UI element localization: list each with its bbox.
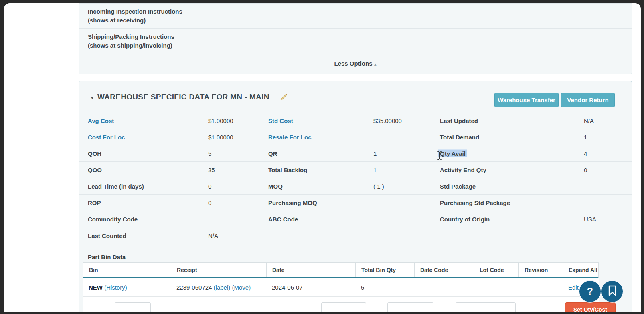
last-updated-value: N/A bbox=[584, 117, 594, 124]
edit-pencil-icon[interactable] bbox=[279, 93, 288, 103]
moq-value: ( 1 ) bbox=[373, 183, 384, 190]
collapse-caret-icon: ▴ bbox=[374, 62, 377, 66]
part-bin-table-header: Bin Receipt Date Total Bin Qty Date Code… bbox=[83, 262, 599, 278]
resale-for-loc-link[interactable]: Resale For Loc bbox=[268, 134, 312, 141]
qr-label: QR bbox=[268, 150, 277, 157]
rop-value: 0 bbox=[208, 199, 211, 206]
item-options-panel: Incoming Inspection Instructions (shows … bbox=[79, 3, 632, 74]
content-page: Incoming Inspection Instructions (shows … bbox=[4, 3, 641, 312]
incoming-inspection-label-line1: Incoming Inspection Instructions bbox=[88, 7, 632, 16]
history-link[interactable]: (History) bbox=[104, 284, 127, 291]
total-demand-label: Total Demand bbox=[440, 134, 479, 141]
incoming-inspection-row: Incoming Inspection Instructions (shows … bbox=[79, 3, 632, 29]
qoo-label: QOO bbox=[88, 167, 102, 173]
cost-for-loc-link[interactable]: Cost For Loc bbox=[88, 134, 125, 141]
col-header-date-code: Date Code bbox=[415, 263, 474, 277]
commodity-code-label: Commodity Code bbox=[88, 216, 138, 223]
shipping-packing-row: Shipping/Packing Instructions (shows at … bbox=[79, 29, 632, 54]
bin-value: NEW bbox=[89, 284, 103, 291]
last-counted-value: N/A bbox=[208, 232, 218, 239]
activity-end-qty-label: Activity End Qty bbox=[440, 167, 486, 173]
last-counted-label: Last Counted bbox=[88, 232, 126, 239]
lot-code-input[interactable] bbox=[456, 302, 516, 312]
total-bin-qty-cell: 5 bbox=[355, 284, 414, 291]
qty-input[interactable] bbox=[321, 302, 366, 312]
col-header-bin: Bin bbox=[83, 263, 171, 277]
qoh-label: QOH bbox=[88, 150, 101, 157]
field-row: Last Counted N/A bbox=[79, 227, 632, 244]
last-updated-label: Last Updated bbox=[440, 117, 478, 124]
text-cursor bbox=[437, 151, 442, 162]
help-icon: ? bbox=[587, 286, 593, 297]
label-link[interactable]: (label) bbox=[214, 284, 231, 291]
section-collapse-icon[interactable]: ▾ bbox=[91, 95, 93, 101]
col-header-receipt: Receipt bbox=[171, 263, 267, 277]
purchasing-moq-label: Purchasing MOQ bbox=[268, 199, 317, 206]
field-row: ROP 0 Purchasing MOQ Purchasing Std Pack… bbox=[79, 195, 632, 211]
purchasing-std-package-label: Purchasing Std Package bbox=[440, 199, 510, 206]
std-cost-value: $35.00000 bbox=[373, 117, 402, 124]
country-of-origin-value: USA bbox=[584, 216, 596, 223]
qoo-value: 35 bbox=[208, 167, 215, 173]
field-row: QOO 35 Total Backlog 1 Activity End Qty … bbox=[79, 162, 632, 178]
lead-time-value: 0 bbox=[208, 183, 211, 190]
col-header-lot-code: Lot Code bbox=[474, 263, 519, 277]
field-row: Commodity Code ABC Code Country of Origi… bbox=[79, 211, 632, 227]
qoh-value: 5 bbox=[208, 150, 211, 157]
rop-label: ROP bbox=[88, 199, 101, 206]
help-button[interactable]: ? bbox=[579, 281, 601, 302]
bookmark-button[interactable] bbox=[601, 281, 623, 302]
warehouse-fields-grid: Avg Cost $1.00000 Std Cost $35.00000 Las… bbox=[79, 113, 632, 244]
std-package-label: Std Package bbox=[440, 183, 476, 190]
date-cell: 2024-06-07 bbox=[266, 284, 355, 291]
lead-time-label: Lead Time (in days) bbox=[88, 183, 144, 190]
bin-input[interactable] bbox=[115, 302, 151, 312]
move-link[interactable]: (Move) bbox=[232, 284, 251, 291]
less-options-toggle[interactable]: Less Options ▴ bbox=[79, 54, 632, 74]
col-header-total-bin-qty: Total Bin Qty bbox=[356, 263, 415, 277]
shipping-packing-label-line1: Shipping/Packing Instructions bbox=[88, 32, 632, 41]
incoming-inspection-label-line2: (shows at receiving) bbox=[88, 16, 632, 25]
part-bin-table: Bin Receipt Date Total Bin Qty Date Code… bbox=[83, 262, 599, 312]
total-backlog-value: 1 bbox=[373, 167, 377, 173]
receipt-cell: 2239-060724 (label) (Move) bbox=[171, 284, 266, 291]
field-row: Cost For Loc $1.00000 Resale For Loc Tot… bbox=[79, 129, 632, 145]
warehouse-data-panel: ▾ WAREHOUSE SPECIFIC DATA FOR MN - MAIN … bbox=[79, 81, 632, 312]
set-qty-cost-label: Set Qty/Cost bbox=[573, 306, 607, 312]
shipping-packing-label-line2: (shows at shipping/invoicing) bbox=[88, 41, 632, 50]
col-header-revision: Revision bbox=[519, 263, 563, 277]
bin-table-row: NEW (History) 2239-060724 (label) (Move)… bbox=[83, 278, 599, 297]
abc-code-label: ABC Code bbox=[268, 216, 298, 223]
avg-cost-value: $1.00000 bbox=[208, 117, 233, 124]
bin-cell: NEW (History) bbox=[83, 284, 171, 291]
date-code-input[interactable] bbox=[387, 302, 433, 312]
vendor-return-label: Vendor Return bbox=[567, 97, 608, 103]
part-bin-data-heading: Part Bin Data bbox=[88, 254, 126, 260]
expand-all-link[interactable]: Expand All bbox=[563, 263, 598, 277]
receipt-value: 2239-060724 bbox=[176, 284, 212, 291]
activity-end-qty-value: 0 bbox=[584, 167, 587, 173]
avg-cost-link[interactable]: Avg Cost bbox=[88, 117, 114, 124]
total-demand-value: 1 bbox=[584, 134, 587, 141]
set-qty-cost-button[interactable]: Set Qty/Cost bbox=[565, 302, 616, 312]
country-of-origin-label: Country of Origin bbox=[440, 216, 490, 223]
bookmark-icon bbox=[608, 285, 617, 298]
less-options-label[interactable]: Less Options bbox=[334, 60, 372, 67]
col-header-date: Date bbox=[267, 263, 356, 277]
total-backlog-label: Total Backlog bbox=[268, 167, 307, 173]
field-row: Avg Cost $1.00000 Std Cost $35.00000 Las… bbox=[79, 113, 632, 129]
field-row: Lead Time (in days) 0 MOQ ( 1 ) Std Pack… bbox=[79, 178, 632, 195]
moq-label: MOQ bbox=[268, 183, 283, 190]
qr-value: 1 bbox=[373, 150, 377, 157]
warehouse-transfer-button[interactable]: Warehouse Transfer bbox=[494, 93, 559, 107]
bin-table-new-row-partial: Set Qty/Cost bbox=[83, 297, 599, 312]
qty-avail-value: 4 bbox=[584, 150, 587, 157]
std-cost-link[interactable]: Std Cost bbox=[268, 117, 293, 124]
vendor-return-button[interactable]: Vendor Return bbox=[561, 93, 615, 107]
warehouse-transfer-label: Warehouse Transfer bbox=[498, 97, 555, 103]
qty-avail-label-selected: Qty Avail bbox=[438, 150, 467, 157]
warehouse-section-title: WAREHOUSE SPECIFIC DATA FOR MN - MAIN bbox=[97, 93, 269, 101]
cost-for-loc-value: $1.00000 bbox=[208, 134, 233, 141]
field-row: QOH 5 QR 1 Qty Avail 4 bbox=[79, 145, 632, 162]
